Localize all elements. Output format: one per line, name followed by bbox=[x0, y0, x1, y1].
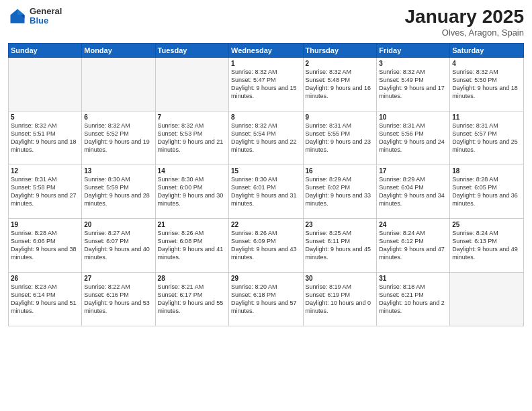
daylight-label: Daylight: 9 hours and 17 minutes. bbox=[379, 85, 445, 99]
daylight-label: Daylight: 9 hours and 55 minutes. bbox=[158, 300, 224, 314]
calendar-week-row: 19 Sunrise: 8:28 AM Sunset: 6:06 PM Dayl… bbox=[9, 218, 524, 272]
day-info: Sunrise: 8:32 AM Sunset: 5:48 PM Dayligh… bbox=[306, 68, 375, 101]
daylight-label: Daylight: 9 hours and 23 minutes. bbox=[306, 138, 371, 153]
day-number: 21 bbox=[158, 221, 226, 228]
sunset-label: Sunset: 6:21 PM bbox=[379, 291, 424, 298]
day-info: Sunrise: 8:32 AM Sunset: 5:50 PM Dayligh… bbox=[452, 68, 521, 101]
day-number: 19 bbox=[11, 221, 79, 228]
sunset-label: Sunset: 5:57 PM bbox=[452, 130, 497, 137]
sunset-label: Sunset: 5:53 PM bbox=[158, 130, 203, 137]
calendar-cell: 24 Sunrise: 8:24 AM Sunset: 6:12 PM Dayl… bbox=[377, 218, 450, 272]
calendar-cell: 16 Sunrise: 8:29 AM Sunset: 6:02 PM Dayl… bbox=[303, 165, 377, 218]
sunset-label: Sunset: 5:49 PM bbox=[379, 77, 424, 83]
sunrise-label: Sunrise: 8:30 AM bbox=[231, 176, 277, 183]
calendar-cell: 30 Sunrise: 8:19 AM Sunset: 6:19 PM Dayl… bbox=[303, 272, 377, 326]
svg-marker-1 bbox=[17, 9, 25, 15]
sunrise-label: Sunrise: 8:32 AM bbox=[11, 122, 57, 129]
sunset-label: Sunset: 5:51 PM bbox=[11, 130, 56, 137]
calendar-cell: 5 Sunrise: 8:32 AM Sunset: 5:51 PM Dayli… bbox=[9, 111, 82, 165]
sunrise-label: Sunrise: 8:30 AM bbox=[84, 176, 130, 183]
daylight-label: Daylight: 9 hours and 18 minutes. bbox=[11, 138, 77, 153]
daylight-label: Daylight: 9 hours and 41 minutes. bbox=[158, 246, 224, 261]
calendar-cell: 18 Sunrise: 8:28 AM Sunset: 6:05 PM Dayl… bbox=[450, 165, 524, 218]
day-number: 13 bbox=[84, 167, 152, 175]
day-info: Sunrise: 8:26 AM Sunset: 6:09 PM Dayligh… bbox=[231, 229, 300, 262]
calendar-cell: 4 Sunrise: 8:32 AM Sunset: 5:50 PM Dayli… bbox=[450, 57, 524, 111]
sunrise-label: Sunrise: 8:29 AM bbox=[379, 176, 425, 183]
calendar-cell: 9 Sunrise: 8:31 AM Sunset: 5:55 PM Dayli… bbox=[303, 111, 377, 165]
day-info: Sunrise: 8:29 AM Sunset: 6:04 PM Dayligh… bbox=[379, 175, 447, 208]
day-info: Sunrise: 8:23 AM Sunset: 6:14 PM Dayligh… bbox=[11, 283, 79, 316]
day-info: Sunrise: 8:21 AM Sunset: 6:17 PM Dayligh… bbox=[158, 283, 226, 316]
header-thursday: Thursday bbox=[303, 43, 377, 57]
calendar-cell: 11 Sunrise: 8:31 AM Sunset: 5:57 PM Dayl… bbox=[450, 111, 524, 165]
logo: General Blue bbox=[8, 7, 62, 26]
calendar-cell: 2 Sunrise: 8:32 AM Sunset: 5:48 PM Dayli… bbox=[303, 57, 377, 111]
sunrise-label: Sunrise: 8:32 AM bbox=[452, 68, 498, 75]
header: General Blue January 2025 Olves, Aragon,… bbox=[8, 7, 524, 38]
day-number: 2 bbox=[306, 60, 375, 67]
page: General Blue January 2025 Olves, Aragon,… bbox=[0, 0, 532, 411]
sunrise-label: Sunrise: 8:32 AM bbox=[379, 68, 425, 75]
sunrise-label: Sunrise: 8:32 AM bbox=[231, 68, 277, 75]
sunrise-label: Sunrise: 8:26 AM bbox=[158, 230, 204, 236]
sunset-label: Sunset: 5:59 PM bbox=[84, 184, 129, 191]
day-number: 28 bbox=[158, 275, 226, 282]
logo-general-text: General bbox=[30, 7, 62, 16]
calendar-week-row: 5 Sunrise: 8:32 AM Sunset: 5:51 PM Dayli… bbox=[9, 111, 524, 165]
calendar-cell: 28 Sunrise: 8:21 AM Sunset: 6:17 PM Dayl… bbox=[155, 272, 228, 326]
day-info: Sunrise: 8:30 AM Sunset: 5:59 PM Dayligh… bbox=[84, 175, 152, 208]
calendar-cell bbox=[82, 57, 155, 111]
day-number: 7 bbox=[158, 113, 226, 121]
day-info: Sunrise: 8:28 AM Sunset: 6:06 PM Dayligh… bbox=[11, 229, 79, 262]
header-tuesday: Tuesday bbox=[155, 43, 228, 57]
title-block: January 2025 Olves, Aragon, Spain bbox=[405, 7, 524, 38]
calendar-cell: 1 Sunrise: 8:32 AM Sunset: 5:47 PM Dayli… bbox=[229, 57, 303, 111]
day-number: 12 bbox=[11, 167, 79, 175]
sunset-label: Sunset: 5:47 PM bbox=[231, 77, 276, 83]
daylight-label: Daylight: 10 hours and 0 minutes. bbox=[306, 300, 371, 314]
day-number: 20 bbox=[84, 221, 152, 228]
sunrise-label: Sunrise: 8:29 AM bbox=[306, 176, 352, 183]
day-info: Sunrise: 8:18 AM Sunset: 6:21 PM Dayligh… bbox=[379, 283, 447, 316]
day-number: 23 bbox=[306, 221, 375, 228]
day-info: Sunrise: 8:26 AM Sunset: 6:08 PM Dayligh… bbox=[158, 229, 226, 262]
day-info: Sunrise: 8:29 AM Sunset: 6:02 PM Dayligh… bbox=[306, 175, 375, 208]
daylight-label: Daylight: 9 hours and 57 minutes. bbox=[231, 300, 297, 314]
sunrise-label: Sunrise: 8:23 AM bbox=[11, 283, 57, 290]
day-number: 29 bbox=[231, 275, 300, 282]
sunrise-label: Sunrise: 8:31 AM bbox=[11, 176, 57, 183]
daylight-label: Daylight: 9 hours and 51 minutes. bbox=[11, 300, 77, 314]
day-info: Sunrise: 8:24 AM Sunset: 6:13 PM Dayligh… bbox=[452, 229, 521, 262]
day-number: 27 bbox=[84, 275, 152, 282]
day-info: Sunrise: 8:32 AM Sunset: 5:49 PM Dayligh… bbox=[379, 68, 447, 101]
sunset-label: Sunset: 6:18 PM bbox=[231, 291, 276, 298]
day-info: Sunrise: 8:31 AM Sunset: 5:56 PM Dayligh… bbox=[379, 122, 447, 154]
daylight-label: Daylight: 9 hours and 30 minutes. bbox=[158, 192, 224, 207]
daylight-label: Daylight: 9 hours and 27 minutes. bbox=[11, 192, 77, 207]
sunrise-label: Sunrise: 8:25 AM bbox=[306, 230, 352, 236]
header-sunday: Sunday bbox=[9, 43, 82, 57]
sunset-label: Sunset: 6:09 PM bbox=[231, 238, 276, 244]
sunset-label: Sunset: 6:01 PM bbox=[231, 184, 276, 191]
sunset-label: Sunset: 5:55 PM bbox=[306, 130, 351, 137]
sunset-label: Sunset: 6:14 PM bbox=[11, 291, 56, 298]
daylight-label: Daylight: 9 hours and 15 minutes. bbox=[231, 85, 297, 99]
sunset-label: Sunset: 5:54 PM bbox=[231, 130, 276, 137]
day-info: Sunrise: 8:32 AM Sunset: 5:51 PM Dayligh… bbox=[11, 122, 79, 154]
daylight-label: Daylight: 9 hours and 31 minutes. bbox=[231, 192, 297, 207]
day-number: 18 bbox=[452, 167, 521, 175]
day-number: 1 bbox=[231, 60, 300, 67]
sunset-label: Sunset: 6:08 PM bbox=[158, 238, 203, 244]
day-info: Sunrise: 8:28 AM Sunset: 6:05 PM Dayligh… bbox=[452, 175, 521, 208]
sunset-label: Sunset: 6:06 PM bbox=[11, 238, 56, 244]
daylight-label: Daylight: 9 hours and 40 minutes. bbox=[84, 246, 150, 261]
sunset-label: Sunset: 6:07 PM bbox=[84, 238, 129, 244]
weekday-header-row: Sunday Monday Tuesday Wednesday Thursday… bbox=[9, 43, 524, 57]
header-monday: Monday bbox=[82, 43, 155, 57]
sunrise-label: Sunrise: 8:26 AM bbox=[231, 230, 277, 236]
calendar-cell: 14 Sunrise: 8:30 AM Sunset: 6:00 PM Dayl… bbox=[155, 165, 228, 218]
sunrise-label: Sunrise: 8:21 AM bbox=[158, 283, 204, 290]
sunset-label: Sunset: 5:58 PM bbox=[11, 184, 56, 191]
day-number: 30 bbox=[306, 275, 375, 282]
